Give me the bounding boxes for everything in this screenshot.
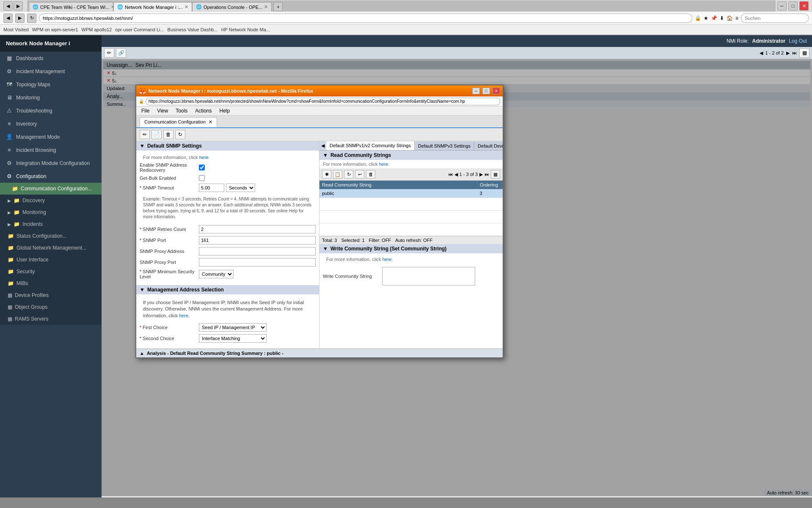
sidebar-folder-status-config[interactable]: 📁 Status Configuration... (0, 230, 102, 242)
nav-grid-btn[interactable]: ▦ (799, 48, 809, 58)
table-copy-btn[interactable]: 📋 (333, 170, 342, 178)
proxy-address-input[interactable] (199, 247, 316, 255)
bookmark-1[interactable]: WPM on wpm-server1 (32, 27, 78, 32)
inner-minimize-btn[interactable]: ─ (472, 88, 480, 94)
form-new-btn[interactable]: 📄 (151, 130, 162, 139)
right-tab-default-dev[interactable]: Default Devi... (474, 142, 503, 150)
first-choice-select[interactable]: Seed IP / Management IP (199, 323, 267, 332)
maximize-btn[interactable]: □ (788, 1, 798, 11)
table-add-btn[interactable]: ✱ (322, 170, 331, 178)
write-community-header[interactable]: ▼ Write Community String (Set Community … (319, 244, 503, 253)
analysis-section[interactable]: ▲ Analysis - Default Read Community Stri… (136, 349, 503, 357)
timeout-unit-select[interactable]: Seconds (226, 184, 255, 192)
table-last-btn[interactable]: ⏭ (484, 172, 489, 177)
inner-menu-tools[interactable]: Tools (174, 107, 189, 114)
sidebar-item-topology-maps[interactable]: 🗺 Topology Maps (0, 78, 102, 91)
browser-tab-2[interactable]: 🌐 Operations Console - OPE... ✕ (192, 2, 272, 11)
sidebar-item-incident-management[interactable]: ⚙ Incident Management (0, 65, 102, 78)
browser-tab-0[interactable]: 🌐 CPE Team Wiki - CPE Team Wi... ✕ (29, 2, 113, 11)
mgmt-address-header[interactable]: ▼ Management Address Selection (136, 285, 319, 294)
bookmark-5[interactable]: HP Network Node Ma... (221, 27, 270, 32)
form-delete-btn[interactable]: 🗑 (163, 130, 173, 139)
sidebar-item-dashboards[interactable]: ▦ Dashboards (0, 52, 102, 65)
browser-back-btn[interactable]: ◀ (3, 1, 13, 11)
inner-address-input[interactable] (146, 98, 500, 105)
bookmark-3[interactable]: opr-user Command Li... (115, 27, 164, 32)
nav-prev-btn[interactable]: ◀ (760, 50, 763, 56)
browser-tab-1[interactable]: 🌐 Network Node Manager i :... ✕ (113, 2, 192, 11)
outer-open-btn[interactable]: 🔗 (116, 48, 126, 58)
inner-maximize-btn[interactable]: □ (482, 88, 490, 94)
table-row[interactable]: public 3 (319, 189, 503, 198)
table-grid-btn[interactable]: ▦ (491, 170, 500, 178)
snmp-section-header[interactable]: ▼ Default SNMP Settings (136, 141, 319, 151)
bookmark-0[interactable]: Most Visited (3, 27, 29, 32)
proxy-port-input[interactable] (199, 258, 316, 266)
table-prev-btn[interactable]: ◀ (454, 172, 458, 177)
sidebar-folder-user-interface[interactable]: 📁 User Interface (0, 254, 102, 266)
table-next-btn[interactable]: ▶ (479, 172, 483, 177)
snmp-help-link[interactable]: here (199, 155, 209, 160)
right-tab-snmpv3[interactable]: Default SNMPv3 Settings (415, 142, 474, 150)
inner-close-btn[interactable]: ✕ (493, 88, 500, 94)
nav-last-btn[interactable]: ⏭ (792, 50, 797, 55)
minimize-btn[interactable]: ─ (777, 1, 787, 11)
sidebar-folder-incidents[interactable]: ▶ 📁 Incidents (0, 218, 102, 230)
sidebar-item-monitoring[interactable]: 🖥 Monitoring (0, 91, 102, 104)
sidebar-folder-mibs[interactable]: 📁 MIBs (0, 277, 102, 289)
inner-menu-view[interactable]: View (155, 107, 170, 114)
sidebar-folder-device-profiles[interactable]: ▦ Device Profiles (0, 289, 102, 301)
sidebar-item-incident-browsing[interactable]: ≡ Incident Browsing (0, 143, 102, 157)
sidebar-folder-rams-servers[interactable]: ▦ RAMS Servers (0, 313, 102, 325)
snmp-port-input[interactable] (199, 236, 316, 244)
read-community-header[interactable]: ▼ Read Community Strings (319, 151, 503, 160)
address-input[interactable] (39, 14, 692, 23)
sidebar-sub-comm-config[interactable]: 📁 Communication Configuration... (0, 183, 102, 195)
browser-forward-btn[interactable]: ▶ (14, 1, 23, 11)
form-refresh-btn[interactable]: ↻ (175, 130, 185, 139)
get-bulk-checkbox[interactable] (199, 175, 205, 181)
mgmt-help-link[interactable]: here (179, 313, 188, 318)
sidebar-item-inventory[interactable]: ≡ Inventory (0, 117, 102, 130)
inner-menu-help[interactable]: Help (218, 107, 232, 114)
form-close-icon[interactable]: ✕ (209, 119, 212, 124)
min-security-select[interactable]: Community (199, 270, 234, 278)
refresh-btn[interactable]: ↻ (27, 14, 36, 23)
timeout-input[interactable] (199, 184, 224, 192)
bookmark-4[interactable]: Business Value Dashb... (168, 27, 218, 32)
outer-edit-btn[interactable]: ✏ (104, 48, 114, 58)
logout-link[interactable]: Log Out (789, 38, 807, 44)
nav-back-btn[interactable]: ◀ (3, 14, 13, 23)
read-help-link[interactable]: here (379, 162, 388, 167)
sidebar-folder-global-network[interactable]: 📁 Global Network Management... (0, 242, 102, 254)
table-refresh-btn[interactable]: ↻ (344, 170, 353, 178)
form-edit-btn[interactable]: ✏ (140, 130, 150, 139)
nav-next-btn[interactable]: ▶ (786, 50, 790, 56)
sidebar-item-integration-module[interactable]: ⚙ Integration Module Configuration (0, 157, 102, 170)
table-first-btn[interactable]: ⏮ (448, 172, 453, 177)
sidebar-folder-object-groups[interactable]: ▦ Object Groups (0, 301, 102, 313)
sidebar-item-management-mode[interactable]: 👤 Management Mode (0, 130, 102, 143)
sidebar-folder-security[interactable]: 📁 Security (0, 266, 102, 277)
retries-input[interactable] (199, 225, 316, 233)
sidebar-item-configuration[interactable]: ⚙ Configuration (0, 170, 102, 183)
sidebar-folder-monitoring[interactable]: ▶ 📁 Monitoring (0, 206, 102, 218)
close-btn[interactable]: ✕ (799, 1, 809, 11)
second-choice-select[interactable]: Interface Matching (199, 334, 267, 343)
sidebar-item-troubleshooting[interactable]: ⚠ Troubleshooting (0, 104, 102, 117)
enable-snmp-checkbox[interactable] (199, 165, 205, 170)
write-community-input[interactable] (382, 267, 475, 286)
sidebar-folder-discovery[interactable]: ▶ 📁 Discovery (0, 195, 102, 206)
table-undo-btn[interactable]: ↩ (355, 170, 364, 178)
tab-1-close[interactable]: ✕ (184, 4, 188, 10)
inner-menu-actions[interactable]: Actions (193, 107, 213, 114)
bookmark-2[interactable]: WPM apollo12 (82, 27, 112, 32)
write-help-link[interactable]: here (383, 257, 392, 262)
right-tab-nav-prev[interactable]: ◀ (319, 142, 326, 149)
tab-2-close[interactable]: ✕ (264, 4, 268, 10)
right-tab-snmpv1v2[interactable]: Default SNMPv1/v2 Community Strings (326, 141, 415, 150)
search-input[interactable] (741, 14, 809, 23)
table-delete-btn[interactable]: 🗑 (366, 170, 375, 178)
new-tab-btn[interactable]: + (273, 2, 283, 11)
inner-menu-file[interactable]: File (140, 107, 151, 114)
